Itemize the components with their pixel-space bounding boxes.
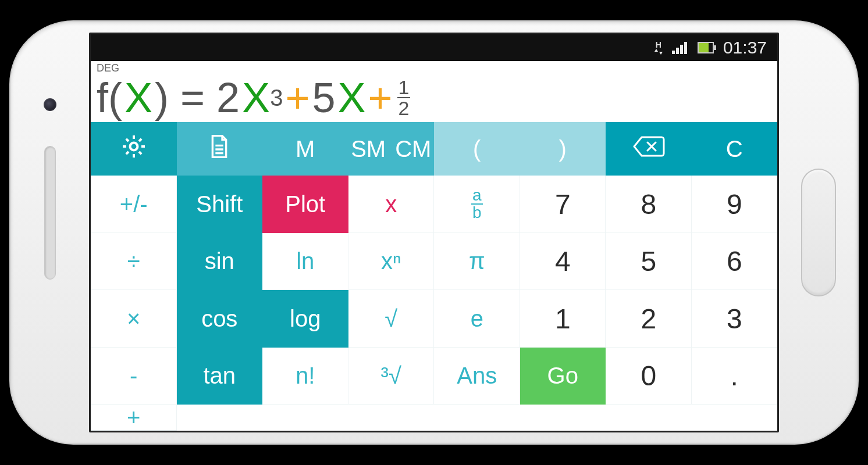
pi-button[interactable]: π bbox=[434, 233, 520, 291]
cube-root-button[interactable]: ³√ bbox=[348, 348, 435, 405]
expression-display[interactable]: DEG f(X) = 2X3 + 5X + 1 2 bbox=[91, 61, 777, 122]
svg-rect-2 bbox=[680, 45, 683, 54]
sqrt-button[interactable]: √ bbox=[348, 290, 435, 348]
clear-button[interactable]: C bbox=[692, 122, 778, 176]
divide-button[interactable]: ÷ bbox=[91, 233, 177, 291]
sin-button[interactable]: sin bbox=[177, 233, 263, 291]
device-screen: H 01:37 DEG f(X) = 2X3 + 5X + 1 bbox=[89, 33, 779, 432]
history-button[interactable] bbox=[177, 122, 263, 176]
decimal-button[interactable]: . bbox=[692, 348, 778, 405]
e-button[interactable]: e bbox=[434, 290, 520, 348]
memory-button[interactable]: M SMCM bbox=[262, 122, 434, 176]
gear-icon bbox=[120, 133, 148, 166]
svg-rect-0 bbox=[672, 51, 675, 54]
memory-sub-labels: SMCM bbox=[348, 136, 435, 162]
data-indicator-icon: H bbox=[654, 41, 663, 55]
subtract-button[interactable]: - bbox=[91, 348, 177, 405]
digit-5-button[interactable]: 5 bbox=[606, 233, 692, 291]
digit-9-button[interactable]: 9 bbox=[692, 176, 778, 233]
battery-icon bbox=[698, 42, 714, 53]
svg-point-4 bbox=[130, 142, 137, 150]
svg-rect-3 bbox=[684, 42, 687, 54]
digit-1-button[interactable]: 1 bbox=[520, 290, 606, 348]
fraction-button[interactable]: a b bbox=[434, 176, 520, 233]
memory-label: M bbox=[262, 136, 348, 162]
digit-2-button[interactable]: 2 bbox=[606, 290, 692, 348]
factorial-button[interactable]: n! bbox=[262, 348, 348, 405]
clock: 01:37 bbox=[723, 38, 767, 58]
plus-minus-button[interactable]: +/- bbox=[91, 176, 177, 233]
ln-button[interactable]: ln bbox=[262, 233, 348, 291]
tan-button[interactable]: tan bbox=[177, 348, 263, 405]
settings-button[interactable] bbox=[91, 122, 177, 176]
ans-button[interactable]: Ans bbox=[434, 348, 520, 405]
status-bar: H 01:37 bbox=[91, 34, 777, 61]
angle-mode-indicator: DEG bbox=[97, 62, 771, 74]
parentheses-button[interactable]: ( ) bbox=[434, 122, 606, 176]
phone-frame: H 01:37 DEG f(X) = 2X3 + 5X + 1 bbox=[9, 20, 859, 445]
go-button[interactable]: Go bbox=[520, 348, 606, 405]
shift-button[interactable]: Shift bbox=[177, 176, 263, 233]
digit-3-button[interactable]: 3 bbox=[692, 290, 778, 348]
digit-6-button[interactable]: 6 bbox=[692, 233, 778, 291]
svg-rect-1 bbox=[676, 48, 679, 54]
front-camera bbox=[44, 98, 56, 111]
digit-7-button[interactable]: 7 bbox=[520, 176, 606, 233]
digit-0-button[interactable]: 0 bbox=[606, 348, 692, 405]
multiply-button[interactable]: × bbox=[91, 290, 177, 348]
log-button[interactable]: log bbox=[262, 290, 348, 348]
phone-left-bezel bbox=[10, 22, 89, 443]
plot-button[interactable]: Plot bbox=[262, 176, 348, 233]
keypad: M SMCM ( ) C +/- .mem-split{gr bbox=[91, 122, 777, 431]
power-button[interactable]: xⁿ bbox=[348, 233, 435, 291]
cos-button[interactable]: cos bbox=[177, 290, 263, 348]
backspace-button[interactable] bbox=[606, 122, 692, 176]
signal-icon bbox=[672, 41, 688, 54]
digit-4-button[interactable]: 4 bbox=[520, 233, 606, 291]
earpiece-speaker bbox=[44, 146, 56, 280]
home-button[interactable] bbox=[801, 169, 836, 296]
backspace-icon bbox=[632, 135, 665, 163]
phone-right-bezel bbox=[779, 22, 858, 443]
variable-x-button[interactable]: x bbox=[348, 176, 435, 233]
add-button[interactable]: + bbox=[91, 405, 177, 431]
document-icon bbox=[208, 134, 231, 164]
expression-text: f(X) = 2X3 + 5X + 1 2 bbox=[97, 74, 771, 119]
fraction-icon: a b bbox=[471, 187, 483, 221]
digit-8-button[interactable]: 8 bbox=[606, 176, 692, 233]
